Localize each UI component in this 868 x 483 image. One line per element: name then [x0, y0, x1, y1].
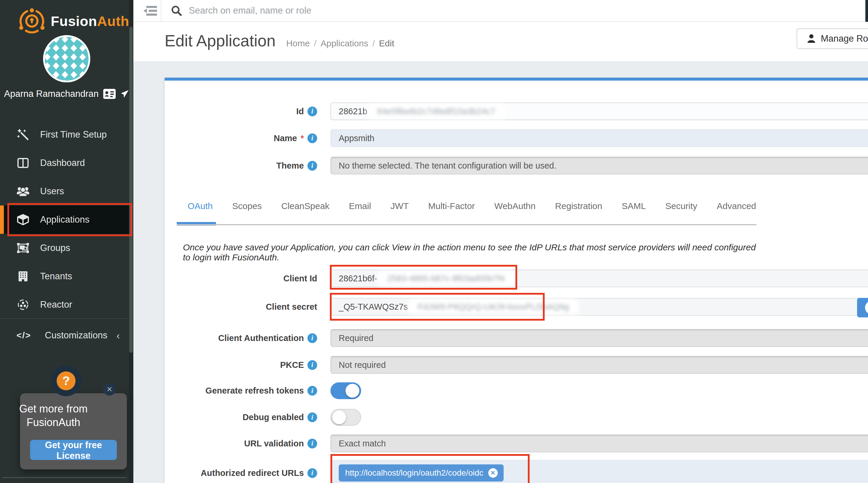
tab-registration[interactable]: Registration — [555, 201, 602, 211]
sidebar-item-applications[interactable]: Applications — [0, 205, 133, 234]
tab-scopes[interactable]: Scopes — [232, 201, 262, 211]
sidebar-item-first-time-setup[interactable]: First Time Setup — [0, 120, 133, 149]
sidebar-item-dashboard[interactable]: Dashboard — [0, 149, 133, 177]
client-authentication-label: Client Authenticationi — [165, 333, 317, 343]
regenerate-icon: ⇄ — [865, 301, 868, 314]
topbar-divider — [161, 0, 161, 21]
info-icon[interactable]: i — [307, 386, 317, 396]
manage-roles-button[interactable]: Manage Roles — [797, 28, 868, 49]
authorized-redirect-urls-label: Authorized redirect URLsi — [165, 468, 317, 478]
info-icon[interactable]: i — [307, 333, 317, 343]
tab-security[interactable]: Security — [665, 201, 697, 211]
breadcrumb-applications[interactable]: Applications — [320, 38, 368, 48]
dashboard-icon — [17, 158, 30, 168]
client-secret-field[interactable]: _Q5-TKAWQSz7sFdJW9-P6QQrQ-LWJ9-bxxxPLDbA… — [331, 298, 868, 316]
url-validation-label: URL validationi — [165, 439, 317, 449]
tab-saml[interactable]: SAML — [622, 201, 646, 211]
url-validation-row: URL validationi Exact match — [165, 434, 868, 452]
get-free-license-button[interactable]: Get your free License — [30, 440, 117, 460]
tab-bar: OAuth Scopes CleanSpeak Email JWT Multi-… — [188, 201, 756, 211]
search-input[interactable] — [189, 5, 631, 16]
collapse-sidebar-icon[interactable] — [142, 5, 158, 17]
authorized-redirect-urls-field[interactable]: http://localhost/login/oauth2/code/oidc … — [331, 460, 868, 483]
oauth-note: Once you have saved your Application, yo… — [183, 243, 761, 262]
generate-refresh-tokens-toggle[interactable] — [331, 382, 361, 399]
sidebar-item-tenants[interactable]: Tenants — [0, 262, 133, 290]
name-input[interactable]: Appsmith — [331, 129, 868, 147]
page-title: Edit Application — [165, 31, 276, 50]
sidebar-item-label: Groups — [40, 243, 70, 253]
groups-icon — [17, 243, 30, 253]
info-icon[interactable]: i — [307, 413, 317, 422]
users-icon — [17, 186, 30, 197]
search-bar — [171, 0, 631, 21]
authorized-redirect-urls-row: Authorized redirect URLsi http://localho… — [165, 460, 868, 483]
topbar — [133, 0, 868, 22]
sidebar-item-label: Dashboard — [40, 158, 85, 168]
info-icon[interactable]: i — [307, 134, 317, 143]
sidebar-item-label: First Time Setup — [40, 129, 107, 140]
pkce-select[interactable]: Not required — [331, 356, 868, 374]
info-icon[interactable]: i — [307, 360, 317, 370]
id-label: Idi — [165, 107, 317, 116]
redacted-text: 64e5f8a4b2c7d9e8f10a3b24c7 — [370, 106, 503, 117]
corner-strip — [865, 0, 868, 22]
tab-email[interactable]: Email — [349, 201, 371, 211]
sidebar-item-users[interactable]: Users — [0, 177, 133, 205]
sidebar-scrollbar-track[interactable] — [129, 0, 133, 483]
breadcrumb: Home/Applications/Edit — [286, 38, 394, 49]
sidebar: FusionAuth Aparna Ramachandran — [0, 0, 133, 483]
tab-webauthn[interactable]: WebAuthn — [494, 201, 536, 211]
breadcrumb-current: Edit — [379, 38, 395, 48]
regenerate-secret-button[interactable]: ⇄ — [857, 298, 868, 317]
client-authentication-select[interactable]: Required — [331, 329, 868, 347]
user-name: Aparna Ramachandran — [4, 89, 99, 99]
url-validation-select[interactable]: Exact match — [331, 434, 868, 452]
sidebar-scrollbar-thumb[interactable] — [129, 27, 133, 353]
fusionauth-wordmark: FusionAuth — [51, 13, 129, 29]
tab-cleanspeak[interactable]: CleanSpeak — [281, 201, 329, 211]
tab-oauth[interactable]: OAuth — [188, 201, 213, 211]
promo-close-icon[interactable]: ✕ — [103, 383, 116, 396]
info-icon[interactable]: i — [307, 468, 317, 478]
theme-select[interactable]: No theme selected. The tenant configurat… — [331, 157, 868, 174]
sidebar-divider — [0, 318, 133, 319]
application-form-card: Idi 28621b64e5f8a4b2c7d9e8f10a3b24c7 Nam… — [165, 78, 868, 483]
debug-enabled-toggle[interactable] — [331, 409, 361, 426]
chevron-left-icon[interactable]: ‹ — [117, 330, 120, 341]
tenants-icon — [17, 271, 30, 282]
client-id-field[interactable]: 28621b6f-2583-4895-b87c-8f03ad05b7f4 — [331, 269, 868, 287]
chip-remove-icon[interactable]: ✕ — [488, 468, 498, 478]
sidebar-menu: First Time Setup Dashboard Users Applica… — [0, 120, 133, 319]
redacted-text: 2583-4895-b87c-8f03ad05b7f4 — [380, 273, 513, 284]
name-label: Name*i — [165, 134, 317, 143]
tab-underline — [177, 224, 756, 225]
sidebar-item-customizations[interactable]: </> Customizations ‹ — [0, 321, 133, 349]
client-id-label: Client Id — [165, 274, 317, 283]
client-secret-row: Client secret _Q5-TKAWQSz7sFdJW9-P6QQrQ-… — [165, 298, 868, 316]
pkce-label: PKCEi — [165, 360, 317, 370]
applications-icon — [17, 214, 30, 226]
sidebar-item-label: Tenants — [40, 271, 72, 282]
debug-enabled-label: Debug enabledi — [165, 413, 317, 422]
id-input[interactable]: 28621b64e5f8a4b2c7d9e8f10a3b24c7 — [331, 103, 868, 120]
help-question-icon: ? — [51, 366, 82, 396]
person-icon — [807, 34, 815, 44]
info-icon[interactable]: i — [307, 107, 317, 116]
breadcrumb-home[interactable]: Home — [286, 38, 310, 48]
sidebar-item-groups[interactable]: Groups — [0, 234, 133, 262]
tab-multi-factor[interactable]: Multi-Factor — [428, 201, 475, 211]
promo-title: Get more from FusionAuth — [0, 402, 107, 429]
main-content: Idi 28621b64e5f8a4b2c7d9e8f10a3b24c7 Nam… — [133, 61, 868, 483]
fusionauth-logo-icon — [18, 8, 45, 34]
info-icon[interactable]: i — [307, 439, 317, 449]
tab-advanced[interactable]: Advanced — [717, 201, 756, 211]
info-icon[interactable]: i — [307, 161, 317, 171]
sidebar-item-reactor[interactable]: Reactor — [0, 290, 133, 319]
search-icon — [171, 5, 182, 16]
avatar[interactable] — [43, 35, 91, 83]
fusionauth-logo: FusionAuth — [18, 8, 129, 34]
location-arrow-icon[interactable] — [120, 89, 129, 98]
id-card-icon[interactable] — [103, 89, 116, 99]
tab-jwt[interactable]: JWT — [391, 201, 409, 211]
